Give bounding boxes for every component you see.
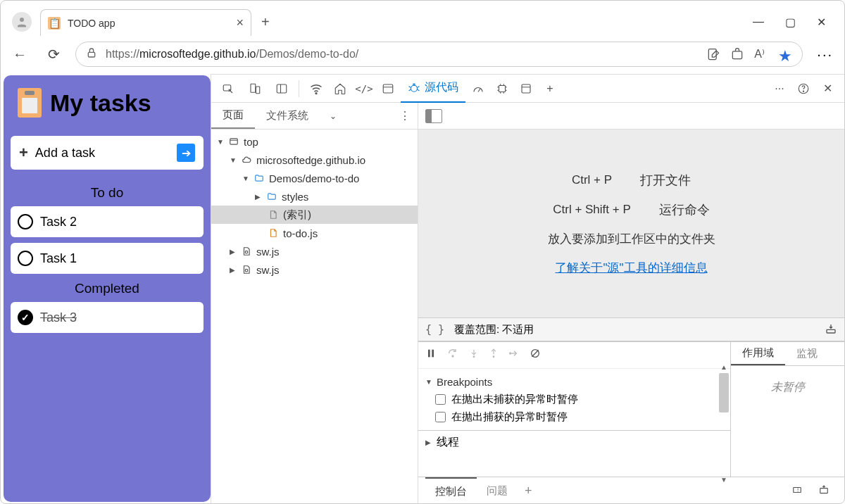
task-label: Task 1 (40, 251, 77, 266)
step-icon[interactable] (508, 348, 520, 363)
coverage-bar: { } 覆盖范围: 不适用 (418, 317, 844, 341)
profile-avatar[interactable] (12, 12, 32, 32)
drawer-dock-icon[interactable] (784, 485, 810, 498)
task-label: Task 2 (40, 215, 77, 229)
debugger-controls (418, 342, 730, 369)
devtools-more-icon[interactable]: ··· (768, 77, 791, 100)
learn-more-link[interactable]: 了解关于"源"工具的详细信息 (555, 260, 707, 276)
file-icon (268, 209, 279, 220)
browser-menu-button[interactable]: ··· (813, 46, 837, 63)
task-item[interactable]: Task 2 (11, 206, 204, 237)
dock-icon[interactable] (270, 77, 293, 100)
tree-item-sw2[interactable]: ▶sw.js (211, 260, 418, 279)
performance-icon[interactable] (467, 77, 489, 100)
breakpoints-header[interactable]: ▼Breakpoints (425, 373, 723, 391)
clipboard-icon (18, 88, 42, 118)
svg-point-32 (803, 91, 803, 92)
nav-tab-filesystem[interactable]: 文件系统 ⌄ (255, 103, 348, 129)
folder-icon (266, 191, 277, 202)
submit-task-button[interactable]: ➔ (177, 144, 195, 162)
back-button[interactable]: ← (8, 42, 32, 66)
svg-line-16 (409, 89, 411, 91)
svg-rect-39 (432, 350, 434, 358)
memory-icon[interactable] (491, 77, 513, 100)
drawer-add-icon[interactable]: + (518, 484, 539, 498)
check-circle-icon[interactable] (18, 310, 33, 325)
svg-rect-29 (522, 84, 530, 93)
toggle-navigator-icon[interactable] (425, 109, 442, 123)
read-aloud-icon[interactable]: A⁾ (754, 47, 768, 61)
svg-rect-20 (499, 85, 506, 92)
new-tab-button[interactable]: + (261, 14, 270, 30)
tree-item-top[interactable]: ▼top (211, 132, 418, 151)
svg-rect-51 (820, 488, 828, 493)
todo-app-panel: My tasks + Add a task ➔ To do Task 2 Tas… (4, 75, 211, 502)
close-devtools-icon[interactable]: ✕ (816, 77, 839, 100)
chevron-down-icon: ⌄ (330, 111, 337, 121)
add-tab-icon[interactable]: + (539, 77, 561, 100)
tree-item-sw1[interactable]: ▶sw.js (211, 242, 418, 260)
application-icon[interactable] (515, 77, 537, 100)
deactivate-breakpoints-icon[interactable] (530, 348, 541, 363)
console-icon[interactable] (377, 77, 399, 100)
close-window-icon[interactable]: ✕ (817, 15, 826, 29)
page-title: My tasks (11, 88, 204, 118)
pause-caught-checkbox[interactable]: 在抛出捕获的异常时暂停 (425, 408, 723, 426)
devtools-panel: </> 源代码 + ··· ✕ 页面 文件系统 ⌄ (211, 74, 844, 504)
device-icon[interactable] (244, 77, 266, 100)
close-tab-icon[interactable]: × (236, 15, 244, 30)
add-task-input[interactable]: + Add a task ➔ (11, 136, 204, 170)
braces-icon[interactable]: { } (425, 323, 444, 336)
download-icon[interactable] (825, 323, 837, 336)
devtools-toolbar: </> 源代码 + ··· ✕ (211, 75, 844, 103)
home-icon[interactable] (329, 77, 351, 100)
step-into-icon[interactable] (469, 348, 479, 363)
tree-item-index[interactable]: (索引) (211, 206, 418, 224)
circle-icon[interactable] (18, 251, 33, 266)
circle-icon[interactable] (18, 214, 33, 229)
svg-line-17 (418, 89, 420, 91)
step-over-icon[interactable] (446, 348, 459, 363)
elements-icon[interactable]: </> (353, 77, 375, 100)
app-icon[interactable] (730, 47, 744, 61)
svg-rect-49 (794, 487, 801, 492)
tree-item-host[interactable]: ▼microsoftedge.github.io (211, 151, 418, 169)
minimize-icon[interactable]: — (753, 15, 764, 29)
favorite-star-icon[interactable]: ★ (778, 47, 792, 61)
nav-tab-page[interactable]: 页面 (211, 103, 255, 129)
tree-item-styles[interactable]: ▶styles (211, 187, 418, 206)
tab-title: TODO app (68, 18, 115, 29)
add-task-placeholder: Add a task (35, 146, 95, 160)
maximize-icon[interactable]: ▢ (785, 15, 796, 29)
svg-point-0 (20, 18, 24, 22)
pause-icon[interactable] (425, 348, 437, 363)
svg-rect-33 (230, 139, 238, 144)
nav-more-icon[interactable]: ⋮ (392, 109, 418, 122)
svg-point-46 (510, 353, 511, 354)
svg-line-14 (409, 86, 411, 87)
tree-item-folder[interactable]: ▼Demos/demo-to-do (211, 169, 418, 187)
tree-item-todojs[interactable]: to-do.js (211, 224, 418, 242)
help-icon[interactable] (792, 77, 815, 100)
svg-line-48 (532, 350, 538, 356)
task-item-completed[interactable]: Task 3 (11, 302, 204, 333)
task-item[interactable]: Task 1 (11, 243, 204, 274)
edit-icon[interactable] (706, 47, 720, 61)
scope-tab[interactable]: 作用域 (731, 342, 785, 365)
sources-tab[interactable]: 源代码 (401, 75, 465, 103)
watch-tab[interactable]: 监视 (785, 342, 829, 365)
address-bar[interactable]: https://microsoftedge.github.io/Demos/de… (75, 42, 803, 67)
inspect-icon[interactable] (217, 77, 239, 100)
browser-tab[interactable]: 📋 TODO app × (40, 9, 251, 36)
refresh-button[interactable]: ⟳ (42, 42, 65, 66)
drawer-tab-issues[interactable]: 问题 (477, 477, 518, 504)
window-icon (228, 136, 239, 147)
browser-tab-strip: 📋 TODO app × + — ▢ ✕ (1, 1, 844, 36)
step-out-icon[interactable] (489, 348, 499, 363)
drawer-expand-icon[interactable] (810, 485, 837, 498)
drawer-tab-console[interactable]: 控制台 (425, 477, 477, 504)
pause-uncaught-checkbox[interactable]: 在抛出未捕获的异常时暂停 (425, 391, 723, 408)
scrollbar[interactable]: ▲ ▼ (719, 373, 729, 474)
threads-header[interactable]: ▶线程 (418, 430, 730, 454)
wifi-icon[interactable] (305, 77, 327, 100)
